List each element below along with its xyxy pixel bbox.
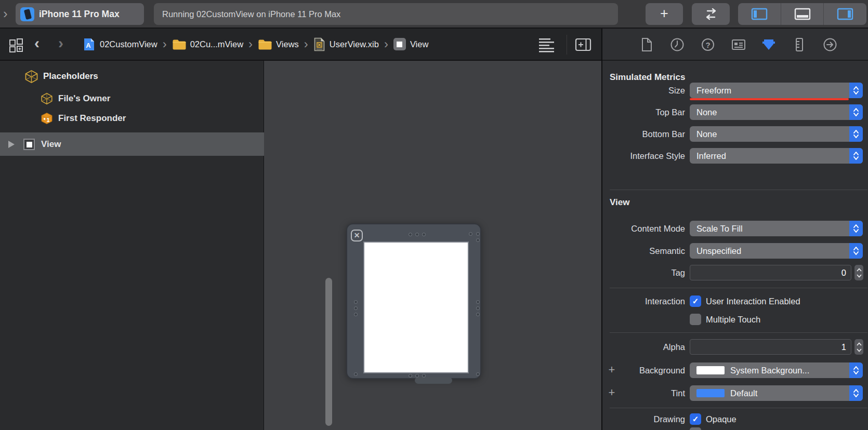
outline-row-files-owner[interactable]: File's Owner: [0, 89, 264, 109]
add-editor-button[interactable]: [575, 38, 591, 51]
drawing-label: Drawing: [602, 413, 685, 429]
library-add-button[interactable]: +: [646, 3, 683, 25]
outline-label: File's Owner: [58, 93, 110, 104]
popup-stepper-icon[interactable]: [849, 362, 863, 378]
section-divider: [610, 332, 867, 333]
svg-text:A: A: [86, 42, 91, 49]
tab-connections-inspector[interactable]: [823, 37, 837, 52]
tab-file-inspector[interactable]: [639, 37, 654, 52]
multiple-touch-checkbox[interactable]: [690, 314, 701, 325]
breadcrumb-label: Views: [276, 39, 299, 49]
interaction-label: Interaction: [602, 295, 685, 311]
bezel-dot: [476, 372, 480, 376]
run-destination-label: iPhone 11 Pro Max: [39, 9, 120, 20]
section-divider: [610, 408, 867, 408]
run-destination-button[interactable]: iPhone 11 Pro Max: [16, 3, 144, 25]
bezel-dot: [476, 238, 480, 242]
tab-identity-inspector[interactable]: [731, 37, 746, 52]
toggle-inspectors-button[interactable]: [823, 3, 866, 25]
interface-style-popup[interactable]: Inferred: [690, 148, 863, 164]
tag-stepper[interactable]: [854, 265, 863, 280]
section-divider: [610, 288, 867, 288]
alpha-stepper[interactable]: [854, 339, 863, 355]
section-title-simulated-metrics: Simulated Metrics: [610, 72, 686, 83]
tab-size-inspector[interactable]: [792, 37, 807, 52]
related-items-button[interactable]: [8, 37, 24, 53]
interface-style-value: Inferred: [696, 148, 726, 164]
bezel-dot: [354, 306, 358, 310]
editor-orientation-button[interactable]: [692, 3, 730, 25]
breadcrumb-label: 02CustomView: [100, 39, 157, 49]
document-outline-toggle-button[interactable]: [537, 37, 556, 52]
bottom-bar-label: Bottom Bar: [602, 126, 685, 142]
user-interaction-checkbox[interactable]: ✓: [690, 295, 701, 307]
popup-stepper-icon[interactable]: [849, 83, 863, 98]
content-mode-popup[interactable]: Scale To Fill: [690, 221, 863, 236]
breadcrumb-item-views-folder[interactable]: Views: [258, 38, 299, 50]
breadcrumb-item-project[interactable]: A 02CustomView: [82, 37, 157, 51]
disclosure-triangle-icon[interactable]: [8, 141, 15, 148]
background-popup[interactable]: System Backgroun...: [690, 362, 863, 378]
tab-history-inspector[interactable]: [670, 37, 685, 52]
simulator-icon: [20, 7, 34, 21]
outline-label: First Responder: [58, 113, 126, 124]
bezel-dot: [422, 233, 426, 236]
user-view[interactable]: [363, 241, 469, 373]
breadcrumb-label: View: [410, 39, 428, 49]
tab-attributes-inspector[interactable]: [761, 37, 776, 52]
bezel-dot: [409, 233, 412, 236]
ib-canvas[interactable]: ✕: [265, 61, 601, 430]
content-mode-label: Content Mode: [602, 221, 685, 236]
outline-row-first-responder[interactable]: 1 First Responder: [0, 109, 264, 128]
go-back-button[interactable]: ‹: [34, 29, 40, 60]
ruler-icon: [795, 37, 804, 52]
popup-stepper-icon[interactable]: [849, 104, 863, 120]
popup-stepper-icon[interactable]: [849, 385, 863, 401]
popup-stepper-icon[interactable]: [849, 126, 863, 142]
opaque-checkbox[interactable]: ✓: [690, 413, 701, 425]
bezel-dot: [415, 374, 419, 378]
tint-popup[interactable]: Default: [690, 385, 863, 401]
panel-toggle-group: [738, 3, 866, 25]
semantic-value: Unspecified: [696, 243, 741, 259]
inspector-row-tag: Tag 0: [602, 265, 868, 280]
go-forward-button[interactable]: ›: [58, 29, 63, 60]
close-view-button[interactable]: ✕: [351, 230, 363, 241]
freeform-view-container[interactable]: ✕: [346, 223, 481, 379]
canvas-scrollbar[interactable]: [325, 278, 332, 426]
outline-row-placeholders[interactable]: Placeholders: [0, 66, 264, 86]
popup-stepper-icon[interactable]: [849, 148, 863, 164]
breadcrumb-separator: ›: [248, 30, 253, 59]
popup-stepper-icon[interactable]: [849, 243, 863, 259]
tab-quick-help-inspector[interactable]: ?: [701, 37, 715, 52]
bezel-dot: [354, 372, 358, 376]
activity-status-field[interactable]: Running 02CustomView on iPhone 11 Pro Ma…: [154, 3, 618, 25]
top-bar-popup[interactable]: None: [690, 104, 863, 120]
modified-value-underline: [690, 98, 849, 100]
breadcrumb-item-group[interactable]: 02Cu...mView: [172, 38, 243, 50]
tag-field[interactable]: 0: [690, 265, 851, 280]
breadcrumb: A 02CustomView › 02Cu...mView ›: [82, 29, 428, 60]
breadcrumb-item-xib[interactable]: UserView.xib: [313, 37, 379, 51]
popup-stepper-icon[interactable]: [849, 221, 863, 236]
bezel-dot: [354, 300, 358, 304]
size-popup[interactable]: Freeform: [690, 83, 863, 98]
opaque-label: Opaque: [706, 413, 737, 425]
outline-row-view[interactable]: View: [0, 135, 264, 154]
bottom-bar-popup[interactable]: None: [690, 126, 863, 142]
connections-arrow-icon: [823, 37, 837, 52]
background-value: System Backgroun...: [730, 362, 809, 378]
breadcrumb-item-view[interactable]: View: [393, 38, 428, 50]
inspector-row-drawing: Drawing ✓ Opaque: [602, 413, 868, 425]
section-divider: [610, 190, 867, 190]
user-interaction-label: User Interaction Enabled: [706, 295, 800, 307]
clipped-checkbox[interactable]: [690, 427, 701, 430]
inspector-panel-icon: [837, 8, 853, 20]
inspector-row-alpha: Alpha 1: [602, 339, 868, 355]
tint-color-swatch: [696, 389, 725, 397]
toggle-debug-area-button[interactable]: [781, 3, 824, 25]
toggle-navigator-button[interactable]: [738, 3, 781, 25]
inspector-row-background: + Background System Backgroun...: [602, 362, 868, 378]
alpha-field[interactable]: 1: [690, 339, 851, 355]
semantic-popup[interactable]: Unspecified: [690, 243, 863, 259]
